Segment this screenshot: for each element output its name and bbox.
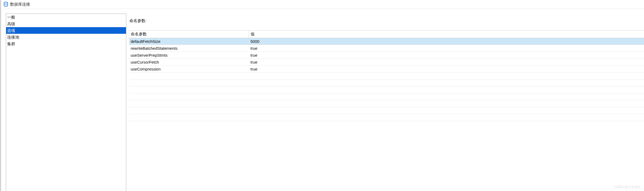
- cell-param-value[interactable]: true: [249, 45, 644, 52]
- title-bar: 数据库连接: [1, 0, 644, 9]
- table-row-empty[interactable]: [129, 100, 644, 107]
- table-row-empty[interactable]: [129, 114, 644, 121]
- table-row-empty[interactable]: [129, 107, 644, 114]
- cell-param-name[interactable]: useServerPrepStmts: [129, 52, 249, 59]
- window-title: 数据库连接: [10, 2, 30, 7]
- table-row-empty[interactable]: [129, 73, 644, 80]
- table-row-empty[interactable]: [129, 86, 644, 93]
- column-header-name[interactable]: 命名参数: [129, 31, 249, 38]
- sidebar-item-options[interactable]: 选项: [6, 27, 126, 34]
- table-row[interactable]: defaultFetchSize 5000: [129, 38, 644, 45]
- cell-param-value[interactable]: true: [249, 66, 644, 73]
- database-icon: [3, 2, 9, 7]
- cell-param-value[interactable]: true: [249, 52, 644, 59]
- main-panel: 命名参数: 命名参数 值 defaultFetchSize 5000 rewri…: [129, 14, 644, 191]
- sidebar-item-cluster[interactable]: 集群: [6, 40, 126, 47]
- sidebar-item-advanced[interactable]: 高级: [6, 20, 126, 27]
- table-row[interactable]: rewriteBatchedStatements true: [129, 45, 644, 52]
- column-header-value[interactable]: 值: [249, 31, 644, 38]
- cell-param-name[interactable]: useCompression: [129, 66, 249, 73]
- window: 数据库连接 一般 高级 选项 连接池 集群 命名参数: 命名参数 值 de: [0, 0, 644, 191]
- table-row[interactable]: useServerPrepStmts true: [129, 52, 644, 59]
- cell-param-value[interactable]: true: [249, 59, 644, 66]
- table-row-empty[interactable]: [129, 93, 644, 100]
- cell-param-value[interactable]: 5000: [249, 38, 644, 45]
- table-row-empty[interactable]: [129, 80, 644, 86]
- table-row[interactable]: useCompression true: [129, 66, 644, 73]
- sidebar-item-general[interactable]: 一般: [6, 14, 126, 20]
- watermark: CSDN @大壮001: [614, 185, 640, 189]
- table-header-row: 命名参数 值: [129, 31, 644, 38]
- params-table: 命名参数 值 defaultFetchSize 5000 rewriteBatc…: [129, 30, 644, 121]
- content-area: 一般 高级 选项 连接池 集群 命名参数: 命名参数 值 defaultFetc…: [1, 9, 644, 191]
- sidebar: 一般 高级 选项 连接池 集群: [6, 14, 126, 191]
- cell-param-name[interactable]: useCursorFetch: [129, 59, 249, 66]
- sidebar-item-pool[interactable]: 连接池: [6, 34, 126, 40]
- cell-param-name[interactable]: defaultFetchSize: [129, 38, 249, 45]
- table-row[interactable]: useCursorFetch true: [129, 59, 644, 66]
- section-label: 命名参数:: [129, 18, 644, 23]
- cell-param-name[interactable]: rewriteBatchedStatements: [129, 45, 249, 52]
